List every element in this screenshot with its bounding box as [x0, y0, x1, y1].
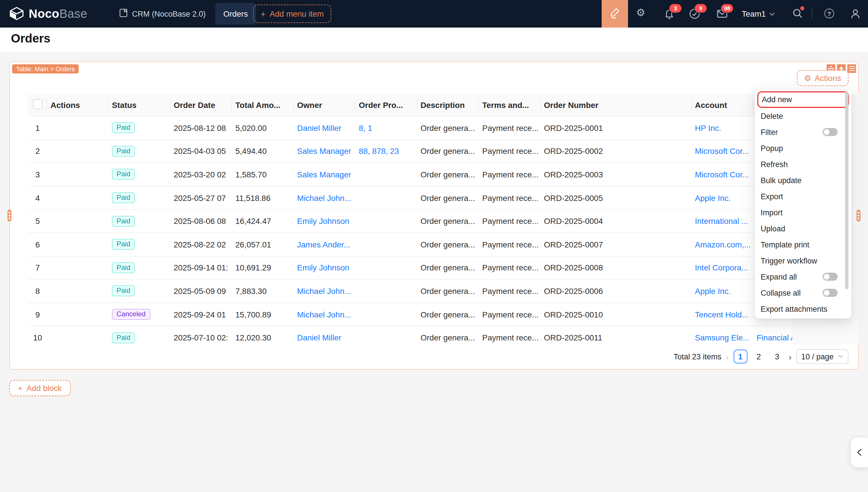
row-actions-cell [47, 326, 108, 345]
total-amount-cell: 7,883.30 [232, 279, 294, 302]
page-size-select[interactable]: 10 / page [796, 349, 848, 364]
menu-scrollbar-thumb[interactable] [845, 91, 848, 289]
order-product-link[interactable]: 878 [372, 147, 386, 156]
order-product-link[interactable]: 1 [368, 123, 372, 132]
sidebar-collapse-tab[interactable] [851, 438, 868, 467]
pagination-prev-button[interactable]: ‹ [726, 352, 729, 361]
workspace-selector[interactable]: CRM (NocoBase 2.0) [119, 0, 206, 28]
menu-item-collapse-all[interactable]: Collapse all [755, 285, 851, 301]
owner-link[interactable]: Sales Manager [297, 170, 351, 179]
ui-editor-button[interactable] [602, 0, 628, 28]
status-cell: Paid [108, 279, 170, 302]
menu-item-label: Trigger workflow [761, 256, 817, 265]
block-right-drag-handle[interactable] [857, 210, 861, 222]
menu-item-popup[interactable]: Popup [755, 140, 851, 156]
menu-item-label: Expand all [761, 272, 797, 281]
account-link[interactable]: Apple Inc. [695, 287, 731, 296]
block-left-drag-handle[interactable] [7, 210, 11, 222]
menu-item-add-new[interactable]: Add new [757, 91, 849, 108]
order-number-cell: ORD-2025-0003 [541, 163, 692, 186]
column-header-order-number: Order Number [541, 94, 692, 116]
pagination-page-2[interactable]: 2 [752, 350, 766, 363]
menu-item-expand-all[interactable]: Expand all [755, 269, 851, 285]
notifications-bell-button[interactable]: 3 [664, 8, 675, 20]
table-row: 9Canceled2025-09-24 0115,700.89Michael J… [28, 303, 792, 326]
account-link[interactable]: International ... [695, 217, 748, 226]
menu-item-filter[interactable]: Filter [755, 124, 851, 140]
menu-item-import[interactable]: Import [755, 204, 851, 220]
status-cell: Paid [108, 163, 170, 186]
terms-cell: Payment rece... [479, 163, 541, 186]
owner-link[interactable]: Emily Johnson [297, 217, 349, 226]
brand-wordmark: NocoBase [29, 0, 87, 28]
pagination-next-button[interactable]: › [789, 352, 791, 361]
owner-link[interactable]: Daniel Miller [297, 123, 341, 132]
order-product-link[interactable]: 8 [359, 123, 364, 132]
account-link[interactable]: Intel Corpora... [695, 263, 748, 272]
orders-table-header-row: ActionsStatusOrder DateTotal Amo...Owner… [28, 94, 792, 116]
add-menu-item-button[interactable]: + Add menu item [253, 5, 331, 23]
menu-item-bulk-update[interactable]: Bulk update [755, 172, 851, 188]
owner-link[interactable]: Michael John... [297, 193, 351, 202]
pagination-page-1[interactable]: 1 [734, 350, 747, 363]
extra-account-link[interactable]: Financial A [757, 333, 792, 342]
order-number-cell: ORD-2025-0002 [541, 140, 692, 163]
nav-tab-orders-label: Orders [223, 9, 248, 18]
account-link[interactable]: Apple Inc. [695, 193, 731, 202]
account-link[interactable]: Samsung Ele... [695, 333, 749, 342]
order-product-link[interactable]: 23 [390, 147, 399, 156]
account-cell: Microsoft Cor... [692, 140, 753, 163]
order-products-cell: 8, 1 [355, 116, 417, 140]
plus-icon: + [261, 9, 266, 18]
order-products-cell [355, 210, 417, 233]
owner-link[interactable]: Michael John... [297, 310, 351, 319]
table-row: 5Paid2025-08-06 0816,424.47Emily Johnson… [28, 210, 792, 233]
menu-item-template-print[interactable]: Template print [755, 237, 851, 253]
user-profile-button[interactable] [850, 8, 861, 20]
pagination-page-3[interactable]: 3 [770, 350, 784, 363]
terms-cell: Payment rece... [479, 140, 541, 163]
menu-item-label: Export attachments [761, 304, 827, 313]
account-link[interactable]: Amazon.com,... [695, 240, 751, 249]
order-product-link[interactable]: 88 [359, 147, 368, 156]
toggle-switch[interactable] [823, 289, 838, 297]
menu-item-delete[interactable]: Delete [755, 108, 851, 124]
settings-gear-icon[interactable]: ⚙ [636, 7, 648, 19]
description-cell: Order genera... [417, 163, 479, 186]
order-date-cell: 2025-03-20 02 [170, 163, 232, 186]
order-date-cell: 2025-09-14 01: [170, 256, 232, 279]
menu-item-label: Template print [761, 240, 810, 249]
menu-item-export[interactable]: Export [755, 188, 851, 204]
mail-count-badge: 98 [721, 4, 733, 13]
account-link[interactable]: HP Inc. [695, 123, 721, 132]
account-link[interactable]: Microsoft Cor... [695, 147, 749, 156]
owner-link[interactable]: Daniel Miller [297, 333, 341, 342]
toggle-switch[interactable] [823, 273, 838, 281]
messages-button[interactable]: 98 [716, 8, 728, 20]
tasks-button[interactable]: 9 [689, 8, 700, 20]
owner-link[interactable]: James Ander... [297, 240, 350, 249]
block-menu-icon[interactable] [847, 64, 856, 73]
owner-link[interactable]: Emily Johnson [297, 263, 349, 272]
owner-link[interactable]: Sales Manager [297, 147, 351, 156]
select-all-checkbox[interactable] [33, 99, 43, 109]
nav-tab-orders[interactable]: Orders [215, 3, 256, 25]
menu-item-refresh[interactable]: Refresh [755, 156, 851, 172]
toggle-switch[interactable] [823, 128, 838, 136]
menu-item-export-attachments[interactable]: Export attachments [755, 301, 851, 317]
row-actions-cell [47, 140, 108, 163]
actions-dropdown-button[interactable]: ⚙ Actions [796, 70, 848, 86]
account-link[interactable]: Microsoft Cor... [695, 170, 749, 179]
menu-item-upload[interactable]: Upload [755, 220, 851, 237]
menu-item-trigger-workflow[interactable]: Trigger workflow [755, 253, 851, 269]
row-index: 9 [28, 303, 47, 326]
owner-link[interactable]: Michael John... [297, 287, 351, 296]
account-cell: Tencent Hold... [692, 303, 753, 326]
total-amount-cell: 11,518.86 [232, 186, 294, 210]
search-button[interactable] [792, 8, 804, 20]
chevron-down-icon [838, 355, 843, 358]
add-block-button[interactable]: + Add block [9, 380, 70, 396]
team-menu[interactable]: Team1 [742, 0, 775, 28]
help-button[interactable]: ? [824, 8, 836, 20]
account-link[interactable]: Tencent Hold... [695, 310, 749, 319]
